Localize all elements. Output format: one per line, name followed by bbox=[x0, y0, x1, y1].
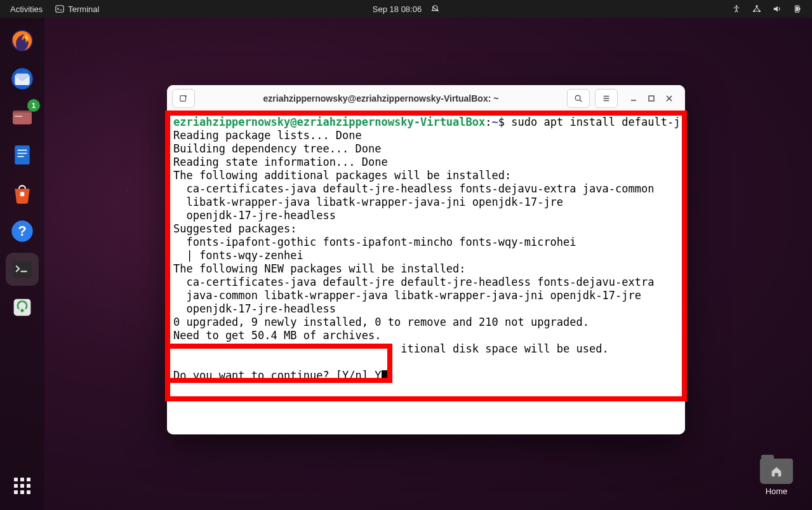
window-title: ezriahzippernowsky@ezriahzippernowsky-Vi… bbox=[200, 93, 562, 104]
show-apps-button[interactable] bbox=[6, 469, 39, 502]
dock-help[interactable]: ? bbox=[6, 215, 39, 248]
network-icon[interactable] bbox=[752, 4, 761, 13]
output-line: Suggested packages: bbox=[173, 222, 296, 235]
app-menu-button[interactable]: Terminal bbox=[55, 4, 99, 14]
terminal-window: ezriahzippernowsky@ezriahzippernowsky-Vi… bbox=[167, 85, 685, 434]
clock[interactable]: Sep 18 08:06 bbox=[373, 4, 422, 14]
output-line: openjdk-17-jre-headless bbox=[173, 209, 336, 222]
prompt-colon: : bbox=[485, 116, 491, 128]
output-line: Reading state information... Done bbox=[173, 156, 388, 168]
output-line-tail: itional disk space will be used. bbox=[401, 342, 609, 355]
search-button[interactable] bbox=[567, 89, 590, 108]
output-line: Building dependency tree... Done bbox=[173, 142, 382, 155]
terminal-icon bbox=[55, 4, 64, 13]
new-tab-icon bbox=[179, 94, 188, 103]
output-line: ca-certificates-java default-jre-headles… bbox=[173, 182, 654, 195]
dock-software[interactable] bbox=[6, 177, 39, 210]
prompt-symbol: $ bbox=[498, 116, 505, 128]
continue-input: Y bbox=[375, 369, 381, 382]
folder-icon bbox=[760, 459, 793, 484]
svg-rect-17 bbox=[18, 156, 24, 158]
output-line: fonts-ipafont-gothic fonts-ipafont-minch… bbox=[173, 236, 576, 248]
window-titlebar[interactable]: ezriahzippernowsky@ezriahzippernowsky-Vi… bbox=[167, 85, 685, 112]
minimize-button[interactable] bbox=[629, 94, 638, 103]
svg-point-24 bbox=[575, 95, 580, 100]
shopping-bag-icon bbox=[10, 180, 35, 206]
accessibility-icon[interactable] bbox=[732, 4, 741, 13]
prompt-user-host: ezriahzippernowsky@ezriahzippernowsky-Vi… bbox=[173, 116, 485, 128]
svg-point-5 bbox=[759, 10, 761, 12]
output-line: openjdk-17-jre-headless bbox=[173, 302, 336, 315]
search-icon bbox=[574, 94, 583, 103]
dock-files-badge: 1 bbox=[27, 99, 40, 112]
continue-prompt: Do you want to continue? [Y/n] bbox=[173, 369, 375, 382]
terminal-body[interactable]: ezriahzippernowsky@ezriahzippernowsky-Vi… bbox=[167, 112, 685, 434]
apps-grid-icon bbox=[14, 478, 30, 494]
maximize-button[interactable] bbox=[647, 94, 656, 103]
top-panel: Activities Terminal Sep 18 08:06 bbox=[0, 0, 812, 18]
svg-rect-0 bbox=[56, 6, 63, 13]
dock-trash[interactable] bbox=[6, 291, 39, 324]
svg-rect-15 bbox=[18, 150, 27, 151]
output-line: | fonts-wqy-zenhei bbox=[173, 249, 303, 262]
activities-button[interactable]: Activities bbox=[10, 4, 43, 14]
command-text: sudo apt install default-jre bbox=[511, 116, 685, 128]
dock-writer[interactable] bbox=[6, 138, 39, 171]
desktop-home-icon[interactable]: Home bbox=[756, 459, 797, 496]
svg-rect-13 bbox=[15, 116, 22, 117]
svg-point-3 bbox=[755, 5, 757, 7]
svg-rect-18 bbox=[20, 192, 25, 196]
trash-icon bbox=[10, 295, 35, 320]
close-button[interactable] bbox=[665, 94, 674, 103]
volume-icon[interactable] bbox=[773, 4, 782, 13]
new-tab-button[interactable] bbox=[172, 89, 195, 108]
svg-line-25 bbox=[580, 100, 582, 102]
document-icon bbox=[10, 142, 35, 168]
svg-text:?: ? bbox=[18, 223, 26, 239]
power-icon[interactable] bbox=[793, 4, 802, 13]
svg-rect-16 bbox=[18, 153, 27, 154]
output-line: The following additional packages will b… bbox=[173, 169, 511, 182]
output-line: Reading package lists... Done bbox=[173, 129, 362, 142]
output-line-partial bbox=[173, 342, 401, 355]
prompt-path: ~ bbox=[492, 116, 498, 128]
svg-rect-12 bbox=[13, 112, 32, 124]
output-line: libatk-wrapper-java libatk-wrapper-java-… bbox=[173, 196, 563, 208]
close-icon bbox=[665, 95, 673, 102]
terminal-app-icon bbox=[10, 257, 35, 282]
firefox-icon bbox=[10, 28, 35, 53]
output-line: java-common libatk-wrapper-java libatk-w… bbox=[173, 289, 641, 302]
output-line: The following NEW packages will be insta… bbox=[173, 262, 466, 275]
output-line: 0 upgraded, 9 newly installed, 0 to remo… bbox=[173, 316, 589, 328]
maximize-icon bbox=[648, 95, 655, 102]
dock-firefox[interactable] bbox=[6, 24, 39, 57]
hamburger-icon bbox=[602, 94, 611, 103]
svg-rect-21 bbox=[13, 261, 32, 278]
output-line: ca-certificates-java default-jre default… bbox=[173, 276, 654, 288]
terminal-cursor bbox=[382, 370, 388, 382]
notification-bell-icon[interactable] bbox=[430, 4, 439, 13]
help-icon: ? bbox=[10, 218, 35, 244]
dock-files[interactable]: 1 bbox=[6, 100, 39, 133]
desktop-home-label: Home bbox=[766, 487, 788, 496]
dock-thunderbird[interactable] bbox=[6, 62, 39, 95]
svg-rect-8 bbox=[796, 7, 799, 11]
thunderbird-icon bbox=[10, 66, 35, 91]
svg-rect-30 bbox=[649, 96, 654, 101]
output-line: Need to get 50.4 MB of archives. bbox=[173, 329, 382, 342]
dock-terminal[interactable] bbox=[6, 253, 39, 286]
svg-point-4 bbox=[753, 10, 755, 12]
house-icon bbox=[769, 464, 783, 478]
app-menu-label: Terminal bbox=[68, 4, 99, 14]
hamburger-menu-button[interactable] bbox=[595, 89, 618, 108]
svg-rect-7 bbox=[799, 8, 801, 10]
minimize-icon bbox=[630, 95, 637, 102]
dock: 1 ? bbox=[0, 18, 44, 510]
svg-rect-14 bbox=[15, 145, 29, 164]
svg-point-2 bbox=[736, 5, 738, 7]
